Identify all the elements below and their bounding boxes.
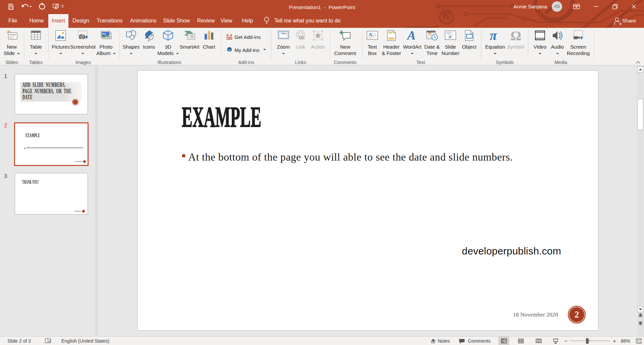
svg-text:A: A <box>369 32 372 37</box>
svg-text:Ω: Ω <box>511 30 521 42</box>
svg-text:#: # <box>449 34 452 39</box>
svg-text:π: π <box>490 30 497 42</box>
svg-text:A: A <box>407 30 416 41</box>
